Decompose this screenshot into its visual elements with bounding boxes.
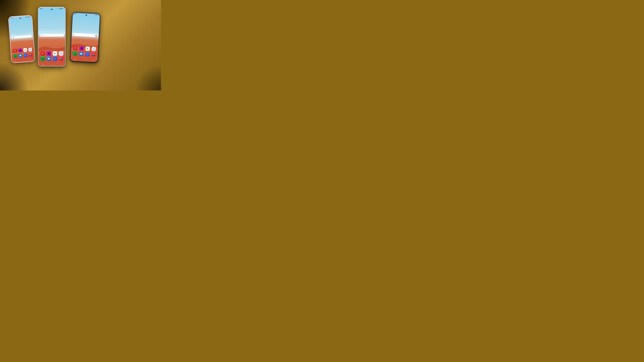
phone-center-app-row-1: Galaxy Store ❋ Gallery (40, 51, 64, 57)
scene: 14:59 ⬤ ⊙ ↑ ▊ 96% (0, 0, 161, 90)
mic-icon[interactable] (93, 35, 95, 36)
phone-left-messages-icon[interactable]: 💬 (18, 54, 22, 58)
lens-icon[interactable] (95, 35, 97, 37)
right-google-label: Google (92, 51, 95, 52)
phone-center-time: 14:59 (40, 8, 42, 9)
phone-left-camera-icon[interactable]: 📷 (28, 53, 32, 57)
corner-shadow-br (136, 65, 161, 90)
right-camera-img: 📷 (91, 52, 96, 57)
phone-center-phone-icon[interactable]: 📞 (40, 56, 45, 61)
phone-center-internet-icon[interactable]: 🌐 (53, 56, 57, 61)
center-gallery-img: ❋ (46, 51, 51, 56)
phone-icon-img: 📞 (13, 54, 17, 58)
right-play-store-label: Play Store (86, 51, 90, 52)
galaxy-store-label: Galaxy Store (13, 52, 17, 54)
svg-rect-11 (75, 48, 76, 48)
phone-center-home-btn[interactable]: ○ (52, 64, 52, 65)
center-play-store-img: 1 (53, 51, 57, 56)
phone-center-recent-btn[interactable]: ‹ (61, 64, 61, 65)
galaxy-store-icon-img (13, 49, 17, 53)
google-g-logo: G (74, 34, 74, 35)
play-store-icon-img (23, 48, 27, 52)
right-internet-img: 🌐 (85, 52, 90, 57)
phone-left: 14:59 ⬤ ⊙ ↑ ▊ 96% (8, 15, 36, 63)
center-messages-img: 💬 (46, 56, 51, 61)
play-store-label: Play Store (24, 52, 27, 53)
phone-left-body: 14:59 ⬤ ⊙ ↑ ▊ 96% (8, 15, 36, 63)
svg-point-9 (96, 35, 96, 36)
phone-left-screen: 14:59 ⬤ ⊙ ↑ ▊ 96% (9, 16, 35, 62)
phone-center-camera-icon[interactable]: 📷 (59, 56, 63, 61)
phone-center-status-icons: ↑ ⊙ ◎ 🔇 ▊ 77% (57, 8, 64, 9)
phone-left-play-store-icon[interactable]: Play Store (23, 48, 27, 53)
phone-right-screen: 14:59 ↑ ◎ 🔇 ▊ 97% G (70, 13, 100, 62)
phone-center-camera (51, 9, 52, 10)
phone-center-dock: 📞 💬 🌐 (38, 56, 65, 62)
right-gallery-img: ❋ (80, 46, 84, 51)
phone-right-camera-icon[interactable]: 📷 (91, 52, 96, 57)
phone-center-galaxy-store[interactable]: Galaxy Store (40, 51, 45, 57)
phone-right-play-store[interactable]: Play Store (86, 46, 90, 52)
internet-icon-img: 🌐 (24, 53, 28, 57)
phone-center-gallery[interactable]: ❋ Gallery (46, 51, 51, 57)
center-google-badge: 2 (62, 51, 64, 52)
phone-right-recent-btn[interactable]: ‹ (93, 60, 94, 61)
google-dot-icon (41, 34, 42, 36)
phone-center-play-store[interactable]: 1 Play Store (53, 51, 57, 57)
right-phone-img: 📞 (73, 51, 77, 56)
phone-center-messages-icon[interactable]: 💬 (46, 56, 51, 61)
right-galaxy-store-svg (74, 47, 77, 49)
phone-right-app-row-1: Galaxy Store ❋ Gallery (72, 46, 97, 52)
phone-center-body: 14:59 ↑ ⊙ ◎ 🔇 ▊ 77% (38, 7, 66, 66)
phone-right-time: 14:59 (74, 13, 76, 14)
phone-right-search-icons (93, 35, 97, 36)
microphone-svg (94, 35, 95, 36)
right-play-store-svg (86, 47, 89, 50)
phone-center-back-btn[interactable]: ||| (42, 64, 44, 65)
google-logo-icon (13, 36, 15, 38)
right-messages-img: 💬 (79, 52, 84, 56)
center-internet-img: 🌐 (53, 56, 57, 61)
gallery-label: Gallery (19, 52, 22, 53)
google-badge: 2 (31, 47, 32, 49)
phone-left-internet-icon[interactable]: 🌐 (24, 53, 28, 57)
phone-center-search-bar[interactable] (40, 34, 64, 37)
phone-left-time: 14:59 (10, 18, 12, 19)
galaxy-store-svg (14, 49, 16, 52)
phone-center-nav-bar: ||| ○ ‹ (38, 63, 65, 65)
right-play-store-img (86, 46, 90, 51)
google-label: Google (29, 51, 32, 52)
phone-right-google[interactable]: G 2 Google (92, 47, 96, 52)
center-play-store-svg (54, 52, 56, 55)
phone-right: 14:59 ↑ ◎ 🔇 ▊ 97% G (70, 12, 101, 63)
right-galaxy-store-img (73, 46, 78, 50)
center-camera-img: 📷 (59, 56, 63, 61)
phone-center-google[interactable]: G 2 Google (59, 51, 63, 57)
phone-right-gallery[interactable]: ❋ Gallery (79, 46, 84, 52)
phone-right-phone-icon[interactable]: 📞 (73, 51, 77, 56)
phone-left-home-btn[interactable]: ○ (23, 59, 24, 61)
phone-left-phone-icon[interactable]: 📞 (13, 54, 17, 58)
messages-icon-img: 💬 (18, 54, 22, 58)
center-play-store-badge: 1 (56, 51, 58, 52)
svg-rect-6 (94, 35, 94, 36)
phone-right-body: 14:59 ↑ ◎ 🔇 ▊ 97% G (70, 12, 101, 63)
phone-right-messages-icon[interactable]: 💬 (79, 52, 84, 56)
phone-left-galaxy-store-icon[interactable]: Galaxy Store (13, 49, 17, 54)
svg-rect-5 (42, 53, 43, 54)
phone-right-galaxy-store[interactable]: Galaxy Store (73, 46, 78, 51)
phone-left-recent-btn[interactable]: ‹ (31, 59, 31, 60)
phone-right-home-btn[interactable]: ○ (84, 59, 85, 61)
phone-center: 14:59 ↑ ⊙ ◎ 🔇 ▊ 77% (38, 7, 66, 66)
gallery-icon-img: ❋ (18, 48, 22, 52)
center-galaxy-store-img (40, 51, 45, 56)
phone-left-status-icons: ⬤ ⊙ ↑ ▊ 96% (26, 16, 30, 17)
google-icon-img: G 2 (28, 48, 32, 52)
right-google-img: G 2 (92, 47, 96, 51)
phone-left-back-btn[interactable]: ||| (15, 60, 16, 61)
phone-right-internet-icon[interactable]: 🌐 (85, 52, 90, 57)
phone-right-back-btn[interactable]: ||| (74, 59, 76, 60)
phone-left-google-icon[interactable]: G 2 Google (28, 48, 32, 53)
center-phone-img: 📞 (40, 56, 45, 61)
phone-left-gallery-icon[interactable]: ❋ Gallery (18, 48, 22, 53)
